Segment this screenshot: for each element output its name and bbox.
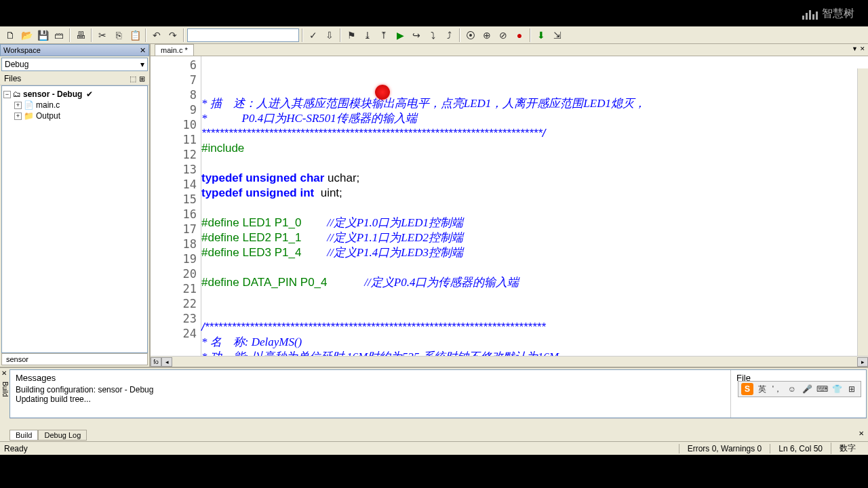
status-ready: Ready: [4, 444, 679, 453]
messages-header: Messages: [16, 373, 725, 383]
top-letterbox: 智慧树: [0, 0, 868, 26]
ide-window: 🗋 📂 💾 🗃 🖶 ✂ ⎘ 📋 ↶ ↷ ✓ ⇩ ⚑ ⤓ ⤒ ▶ ↪ ⤵ ⤴ ⦿ …: [0, 26, 868, 455]
stop-icon[interactable]: ●: [512, 28, 527, 43]
ime-mic-icon[interactable]: 🎤: [801, 383, 813, 395]
code-view[interactable]: 6789101112131415161718192021222324 * 描 述…: [151, 56, 868, 356]
compile-icon[interactable]: ✓: [306, 28, 321, 43]
ime-settings-icon[interactable]: ⊞: [846, 383, 858, 395]
new-file-icon[interactable]: 🗋: [3, 28, 18, 43]
step-into-icon[interactable]: ⤵: [425, 28, 440, 43]
fn-list-icon[interactable]: fo: [151, 357, 161, 367]
expand-icon[interactable]: +: [14, 113, 22, 120]
tab-close-icon[interactable]: ✕: [860, 45, 865, 52]
tab-build[interactable]: Build: [9, 430, 38, 441]
next-bookmark-icon[interactable]: ⤓: [360, 28, 375, 43]
tab-debug-log[interactable]: Debug Log: [38, 430, 87, 441]
ime-lang[interactable]: 英: [756, 383, 768, 395]
step-over-icon[interactable]: ↪: [409, 28, 424, 43]
copy-icon[interactable]: ⎘: [111, 28, 126, 43]
line-gutter: 6789101112131415161718192021222324: [151, 56, 201, 356]
ime-skin-icon[interactable]: 👕: [831, 383, 843, 395]
status-errors: Errors 0, Warnings 0: [679, 444, 770, 453]
collapse-icon[interactable]: −: [3, 91, 11, 98]
check-icon: ✔: [86, 89, 93, 99]
folder-icon: 📁: [24, 111, 34, 121]
watermark-logo: 智慧树: [802, 7, 854, 21]
messages-scrollbar[interactable]: [9, 418, 867, 429]
cut-icon[interactable]: ✂: [95, 28, 110, 43]
status-mode: 数字: [831, 443, 864, 454]
sogou-icon[interactable]: S: [741, 383, 753, 395]
workspace-close-icon[interactable]: ✕: [140, 46, 146, 55]
editor-area: main.c * ▼ ✕ 678910111213141516171819202…: [151, 44, 868, 367]
watermark-text: 智慧树: [822, 7, 854, 21]
build-msg-1: Building configuration: sensor - Debug: [16, 385, 725, 394]
go-icon[interactable]: ▶: [393, 28, 408, 43]
disable-bp-icon[interactable]: ⊘: [496, 28, 511, 43]
save-all-icon[interactable]: 🗃: [52, 28, 66, 43]
col-icon-2[interactable]: ⊞: [139, 75, 145, 83]
messages-panel-close-icon[interactable]: ✕: [859, 430, 864, 437]
ime-keyboard-icon[interactable]: ⌨: [816, 383, 828, 395]
code-content[interactable]: * 描 述：人进入其感应范围模块输出高电平，点亮LED1，人离开感应范围LED1…: [201, 56, 868, 356]
col-icon-1[interactable]: ⬚: [130, 75, 136, 83]
make-icon[interactable]: ⇩: [322, 28, 337, 43]
tab-dropdown-icon[interactable]: ▼: [852, 45, 858, 52]
status-cursor: Ln 6, Col 50: [770, 444, 831, 453]
print-icon[interactable]: 🖶: [73, 28, 88, 43]
config-dropdown[interactable]: Debug ▾: [1, 58, 148, 71]
toggle-bp-icon[interactable]: ⊕: [479, 28, 494, 43]
messages-column[interactable]: Messages Building configuration: sensor …: [10, 370, 730, 418]
messages-panel: ✕ Build Messages Building configuration:…: [0, 367, 868, 441]
file-tab-main-c[interactable]: main.c *: [155, 44, 194, 56]
workspace-title: Workspace: [3, 46, 41, 54]
build-msg-2: Updating build tree...: [16, 394, 725, 404]
chevron-down-icon: ▾: [140, 60, 144, 69]
redo-icon[interactable]: ↷: [165, 28, 180, 43]
messages-close-icon[interactable]: ✕: [1, 369, 7, 377]
prev-bookmark-icon[interactable]: ⤒: [376, 28, 391, 43]
highlight-marker: [375, 85, 390, 100]
build-side-label: Build: [0, 380, 10, 398]
scroll-right-icon[interactable]: ▸: [857, 357, 868, 367]
scroll-left-icon[interactable]: ◂: [161, 357, 172, 367]
ime-punct-icon[interactable]: '，: [771, 383, 783, 395]
bars-icon: [802, 9, 818, 20]
save-icon[interactable]: 💾: [35, 28, 50, 43]
status-bar: Ready Errors 0, Warnings 0 Ln 6, Col 50 …: [0, 441, 868, 455]
main-toolbar: 🗋 📂 💾 🗃 🖶 ✂ ⎘ 📋 ↶ ↷ ✓ ⇩ ⚑ ⤓ ⤒ ▶ ↪ ⤵ ⤴ ⦿ …: [0, 26, 868, 44]
file-tree[interactable]: − 🗂 sensor - Debug ✔ + 📄 main.c + 📁 Outp…: [1, 85, 148, 353]
project-icon: 🗂: [13, 89, 21, 99]
toggle-bookmark-icon[interactable]: ⚑: [344, 28, 359, 43]
workspace-header: Workspace ✕: [0, 44, 149, 56]
bottom-letterbox: [0, 455, 868, 474]
debug-download-icon[interactable]: ⇲: [550, 28, 565, 43]
find-combo[interactable]: [187, 28, 299, 42]
paste-icon[interactable]: 📋: [127, 28, 142, 43]
workspace-bottom-tab[interactable]: sensor: [1, 353, 148, 365]
c-file-icon: 📄: [24, 100, 34, 110]
ime-toolbar[interactable]: S 英 '， ☺ 🎤 ⌨ 👕 ⊞: [738, 381, 861, 397]
expand-icon[interactable]: +: [14, 102, 22, 109]
undo-icon[interactable]: ↶: [149, 28, 164, 43]
horizontal-scrollbar[interactable]: fo ◂ ▸: [151, 356, 868, 367]
tree-root[interactable]: sensor - Debug: [23, 89, 82, 99]
open-file-icon[interactable]: 📂: [19, 28, 34, 43]
files-label: Files: [4, 74, 21, 83]
breakpoint-icon[interactable]: ⦿: [463, 28, 478, 43]
workspace-panel: Workspace ✕ Debug ▾ Files ⬚ ⊞ − 🗂 sensor…: [0, 44, 151, 367]
vertical-scrollbar[interactable]: [857, 68, 868, 356]
config-value: Debug: [5, 60, 28, 69]
editor-tabbar: main.c * ▼ ✕: [151, 44, 868, 56]
ime-emoji-icon[interactable]: ☺: [786, 383, 798, 395]
tree-main-c[interactable]: main.c: [36, 100, 60, 110]
step-out-icon[interactable]: ⤴: [441, 28, 456, 43]
files-header: Files ⬚ ⊞: [0, 73, 149, 85]
tree-output[interactable]: Output: [36, 111, 60, 121]
download-icon[interactable]: ⬇: [534, 28, 549, 43]
